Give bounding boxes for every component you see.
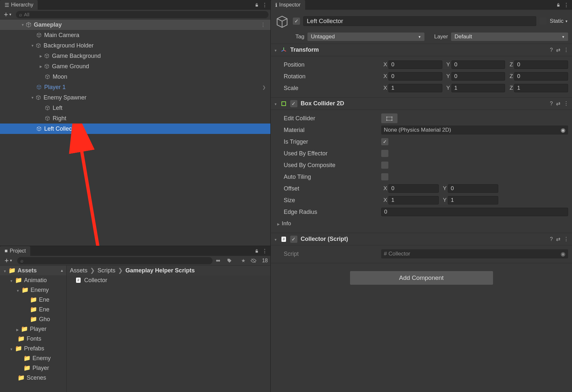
preset-icon[interactable]: ⇄ xyxy=(556,47,560,53)
foldout-icon[interactable] xyxy=(10,345,13,352)
foldout-icon[interactable] xyxy=(16,326,19,333)
material-field[interactable]: None (Physics Material 2D)◉ xyxy=(381,125,568,135)
tree-item-bg[interactable]: Game Background xyxy=(0,51,270,61)
help-icon[interactable]: ? xyxy=(550,47,553,53)
asset-item-collector[interactable]: # Collector xyxy=(67,275,270,285)
foldout-icon[interactable] xyxy=(30,95,35,100)
scale-y-field[interactable]: 1 xyxy=(451,84,505,92)
folder-row[interactable]: 📁Animatio xyxy=(0,275,66,285)
chevron-down-icon[interactable]: ▼ xyxy=(565,20,568,23)
object-name-field[interactable]: Left Collector xyxy=(303,16,536,26)
scale-x-field[interactable]: 1 xyxy=(388,84,442,92)
hierarchy-search[interactable]: ⌕ xyxy=(16,11,268,18)
kebab-icon[interactable]: ⋮ xyxy=(260,21,266,28)
tree-item-ground[interactable]: Game Ground xyxy=(0,61,270,72)
auto-tiling-checkbox[interactable] xyxy=(381,173,388,180)
foldout-icon[interactable] xyxy=(3,267,6,274)
foldout-icon[interactable] xyxy=(274,100,277,107)
foldout-icon[interactable] xyxy=(274,47,277,53)
collector-header[interactable]: # ✓ Collector (Script) ?⇄⋮ xyxy=(271,233,572,245)
foldout-icon[interactable] xyxy=(38,64,44,69)
create-button[interactable]: +▼ xyxy=(2,10,14,19)
boxcollider-header[interactable]: ✓ Box Collider 2D ?⇄⋮ xyxy=(271,98,572,110)
tree-item-player[interactable]: Player 1 ❯ xyxy=(0,82,270,92)
help-icon[interactable]: ? xyxy=(550,236,553,242)
scene-row[interactable]: Gameplay ⋮ xyxy=(0,20,270,30)
filter-icon[interactable] xyxy=(215,258,224,264)
preset-icon[interactable]: ⇄ xyxy=(556,100,560,107)
folder-row[interactable]: 📁Fonts xyxy=(0,334,66,344)
foldout-icon[interactable] xyxy=(30,43,35,48)
tree-item-spawner[interactable]: Enemy Spawner xyxy=(0,92,270,103)
object-picker-icon[interactable]: ◉ xyxy=(561,127,566,134)
preset-icon[interactable]: ⇄ xyxy=(556,236,560,242)
used-by-composite-checkbox[interactable] xyxy=(381,162,388,169)
rot-x-field[interactable]: 0 xyxy=(388,72,442,81)
kebab-icon[interactable]: ⋮ xyxy=(261,0,268,10)
transform-header[interactable]: Transform ?⇄⋮ xyxy=(271,44,572,56)
unlock-icon[interactable] xyxy=(554,0,562,10)
tree-item-bgholder[interactable]: Background Holder xyxy=(0,40,270,51)
folder-row[interactable]: 📁Enemy xyxy=(0,285,66,295)
project-search-input[interactable] xyxy=(25,258,209,263)
size-y-field[interactable]: 1 xyxy=(448,196,498,204)
rot-y-field[interactable]: 0 xyxy=(451,72,505,81)
kebab-icon[interactable]: ⋮ xyxy=(261,246,268,256)
foldout-icon[interactable] xyxy=(16,287,20,294)
size-x-field[interactable]: 1 xyxy=(388,196,439,204)
add-component-button[interactable]: Add Component xyxy=(350,271,493,285)
help-icon[interactable]: ? xyxy=(550,101,553,107)
edge-radius-field[interactable]: 0 xyxy=(381,208,568,216)
hierarchy-search-input[interactable] xyxy=(24,12,265,17)
tag-dropdown[interactable]: Untagged▼ xyxy=(307,33,424,41)
crumb[interactable]: Assets xyxy=(70,267,87,274)
kebab-icon[interactable]: ⋮ xyxy=(564,47,569,53)
pos-y-field[interactable]: 0 xyxy=(451,60,505,69)
offset-y-field[interactable]: 0 xyxy=(448,184,498,193)
tree-item-left[interactable]: Left xyxy=(0,103,270,113)
foldout-icon[interactable] xyxy=(10,277,13,284)
crumb[interactable]: Scripts xyxy=(98,267,115,274)
folder-row[interactable]: 📁Enemy xyxy=(0,353,66,363)
hidden-icon[interactable] xyxy=(250,258,259,263)
unlock-icon[interactable] xyxy=(253,0,261,10)
scale-z-field[interactable]: 1 xyxy=(514,84,568,92)
script-enabled[interactable]: ✓ xyxy=(290,236,297,243)
project-create-button[interactable]: +▼ xyxy=(3,256,15,265)
layer-dropdown[interactable]: Default▼ xyxy=(451,33,568,41)
offset-x-field[interactable]: 0 xyxy=(388,184,439,193)
folder-row[interactable]: 📁Ene xyxy=(0,295,66,305)
kebab-icon[interactable]: ⋮ xyxy=(564,100,569,107)
tree-item-camera[interactable]: Main Camera xyxy=(0,30,270,40)
label-icon[interactable] xyxy=(227,258,236,263)
unlock-icon[interactable] xyxy=(253,246,261,256)
info-row[interactable]: Info xyxy=(284,218,568,229)
star-icon[interactable]: ★ xyxy=(239,258,248,264)
hierarchy-tab[interactable]: ☰ Hierarchy xyxy=(0,0,38,10)
enabled-checkbox[interactable]: ✓ xyxy=(293,18,300,25)
edit-collider-button[interactable] xyxy=(381,113,397,123)
inspector-tab[interactable]: ℹ Inspector xyxy=(271,0,305,10)
folder-row[interactable]: 📁Gho xyxy=(0,314,66,324)
foldout-icon[interactable] xyxy=(274,236,277,242)
tree-item-right[interactable]: Right xyxy=(0,113,270,124)
static-checkbox[interactable] xyxy=(540,18,547,25)
used-by-effector-checkbox[interactable] xyxy=(381,150,388,157)
foldout-icon[interactable] xyxy=(38,54,44,58)
project-tab[interactable]: ■ Project xyxy=(0,246,30,256)
tree-item-leftcollector[interactable]: Left Collector xyxy=(0,124,270,134)
folder-row[interactable]: 📁Scenes xyxy=(0,373,66,383)
pos-z-field[interactable]: 0 xyxy=(514,60,568,69)
boxcollider-enabled[interactable]: ✓ xyxy=(290,100,297,107)
folder-row[interactable]: 📁Player xyxy=(0,363,66,373)
project-search[interactable]: ⌕ xyxy=(17,257,213,264)
tree-item-moon[interactable]: Moon xyxy=(0,72,270,82)
foldout-icon[interactable] xyxy=(277,220,280,227)
is-trigger-checkbox[interactable]: ✓ xyxy=(381,138,388,145)
pos-x-field[interactable]: 0 xyxy=(388,60,442,69)
folder-row[interactable]: 📁Prefabs xyxy=(0,344,66,353)
kebab-icon[interactable]: ⋮ xyxy=(564,236,569,242)
folder-row[interactable]: 📁Player xyxy=(0,324,66,334)
assets-root[interactable]: 📁Assets▲ xyxy=(0,266,66,275)
kebab-icon[interactable]: ⋮ xyxy=(562,0,570,10)
